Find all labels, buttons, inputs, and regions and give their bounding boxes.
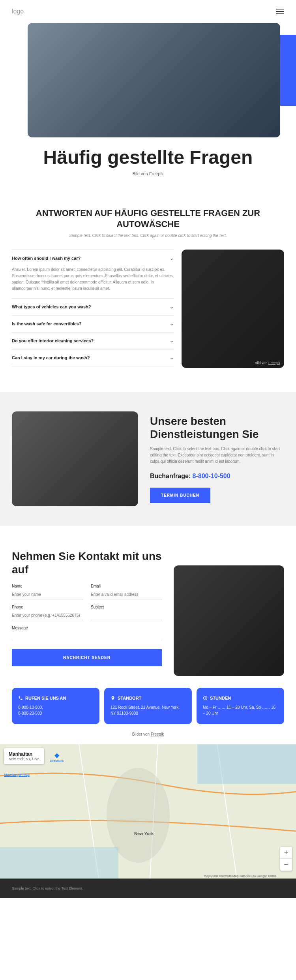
services-phone-row: Buchanfrage: 8-800-10-500 <box>150 473 284 480</box>
map-zoom-controls: + − <box>280 847 292 871</box>
chevron-down-icon: ⌄ <box>170 355 174 360</box>
message-input[interactable] <box>12 632 162 641</box>
footer-text: Sample text. Click to select the Text El… <box>12 886 284 890</box>
clock-icon <box>203 696 208 700</box>
email-label: Email <box>91 584 162 588</box>
faq-img-credit-link[interactable]: Freepik <box>268 361 280 365</box>
map-info-panel: Manhattan New York, NY, USA ◆ Directions <box>4 748 44 764</box>
services-title: Unsere besten Dienstleistungen Sie <box>150 415 284 441</box>
svg-rect-3 <box>0 847 118 879</box>
send-message-button[interactable]: NACHRICHT SENDEN <box>12 649 162 666</box>
faq-item-body: Answer. Lorem ipsum dolor sit amet, cons… <box>12 267 174 298</box>
info-card-hours: STUNDEN Mo – Fr …… 11 – 20 Uhr, Sa, So …… <box>197 688 284 724</box>
subject-input[interactable] <box>91 611 162 620</box>
faq-item-header[interactable]: Is the wash safe for convertibles? ⌄ <box>12 315 174 332</box>
chevron-down-icon: ⌄ <box>170 338 174 344</box>
view-larger-map-link[interactable]: View larger map <box>4 773 30 777</box>
name-input[interactable] <box>12 590 83 599</box>
pin-icon <box>111 696 115 700</box>
book-appointment-button[interactable]: TERMIN BUCHEN <box>150 488 210 503</box>
bottom-credit-link[interactable]: Freepik <box>151 732 164 736</box>
menu-icon[interactable] <box>276 9 284 14</box>
services-image <box>12 411 138 506</box>
map-attribution: Keyboard shortcuts Map data ©2024 Google… <box>204 874 276 878</box>
phone-icon <box>18 696 23 700</box>
directions-icon[interactable]: ◆ <box>50 751 64 759</box>
hero-image-credit: Bild von Freepik <box>12 171 284 176</box>
hero-credit-link[interactable]: Freepik <box>149 171 164 176</box>
info-card-phone: RUFEN SIE UNS AN 8-800-10-500, 8-800-20-… <box>12 688 99 724</box>
zoom-in-button[interactable]: + <box>280 847 292 859</box>
subject-label: Subject <box>91 605 162 609</box>
message-label: Message <box>12 626 162 630</box>
faq-item-header[interactable]: How often should I wash my car? ⌄ <box>12 250 174 267</box>
faq-accordion: How often should I wash my car? ⌄ Answer… <box>12 250 174 368</box>
info-card-location-text: 121 Rock Street, 21 Avenue, New York, NY… <box>111 704 185 716</box>
logo[interactable]: logo <box>12 8 24 15</box>
info-card-location: STANDORT 121 Rock Street, 21 Avenue, New… <box>104 688 192 724</box>
faq-section-subtitle: Sample text. Click to select the text bo… <box>0 233 296 238</box>
services-text: Sample text. Click to select the text bo… <box>150 446 284 465</box>
info-card-phone-text: 8-800-10-500, 8-800-20-500 <box>18 704 93 716</box>
map-embed[interactable]: New York Manhattan New York, NY, USA ◆ D… <box>0 744 296 879</box>
chevron-down-icon: ⌄ <box>170 304 174 310</box>
chevron-down-icon: ⌄ <box>170 321 174 327</box>
faq-item-header[interactable]: Can I stay in my car during the wash? ⌄ <box>12 349 174 366</box>
map-city-label: New York <box>134 831 154 836</box>
faq-side-image: Bild von Freepik <box>182 250 284 368</box>
page-title: Häufig gestellte Fragen <box>12 147 284 168</box>
faq-item-header[interactable]: Do you offer interior cleaning services?… <box>12 332 174 349</box>
chevron-down-icon: ⌄ <box>170 255 174 261</box>
name-label: Name <box>12 584 83 588</box>
hero-image <box>28 23 280 137</box>
zoom-out-button[interactable]: − <box>280 859 292 871</box>
phone-input[interactable] <box>12 611 83 620</box>
contact-image <box>174 565 284 676</box>
svg-rect-2 <box>197 744 296 784</box>
page-footer: Sample text. Click to select the Text El… <box>0 879 296 898</box>
phone-label: Phone <box>12 605 83 609</box>
faq-item-header[interactable]: What types of vehicles can you wash? ⌄ <box>12 299 174 315</box>
contact-title: Nehmen Sie Kontakt mit uns auf <box>12 550 162 576</box>
services-phone-number[interactable]: 8-800-10-500 <box>193 473 230 479</box>
bottom-image-credit: Bilder von Freepik <box>0 732 296 736</box>
email-input[interactable] <box>91 590 162 599</box>
info-card-hours-text: Mo – Fr …… 11 – 20 Uhr, Sa, So …… 16 – 2… <box>203 704 278 716</box>
faq-section-title: ANTWORTEN AUF HÄUFIG GESTELLTE FRAGEN ZU… <box>12 208 284 230</box>
